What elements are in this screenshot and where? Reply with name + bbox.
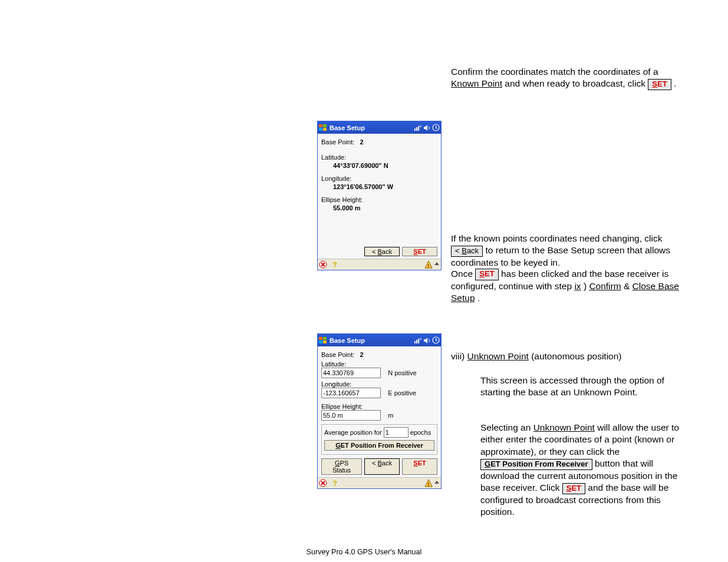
para3-ix: ix bbox=[574, 281, 581, 291]
para3-a: Once bbox=[451, 269, 475, 279]
height-input[interactable] bbox=[321, 410, 381, 421]
para2-a: If the known points coordinates need cha… bbox=[451, 233, 662, 243]
footer-text: Survey Pro 4.0 GPS User's Manual bbox=[0, 548, 728, 556]
taskbar-2: ? ! bbox=[318, 477, 441, 488]
para3-f: . bbox=[477, 293, 480, 303]
taskbar: ? ! bbox=[318, 259, 441, 270]
latitude-label-2: Latitude: bbox=[321, 361, 346, 368]
inline-getpos-btn: GET Position From Receiver bbox=[480, 459, 592, 470]
inline-set-btn-3: SET bbox=[562, 483, 585, 494]
getpos-hk: G bbox=[335, 442, 341, 449]
para3-d: ) bbox=[584, 281, 589, 291]
height-label-2: Ellipse Height: bbox=[321, 403, 363, 410]
svg-marker-27 bbox=[434, 481, 439, 484]
avg-epochs-input[interactable] bbox=[384, 427, 409, 438]
clock-ok-icon[interactable] bbox=[432, 124, 440, 131]
base-point-value-2: 2 bbox=[360, 351, 363, 358]
svg-text:!: ! bbox=[427, 481, 429, 487]
button-row-2: GPS Status < Back SET bbox=[318, 456, 441, 477]
step-viii-label: viii) bbox=[451, 351, 467, 361]
tray-top-2 bbox=[414, 336, 441, 344]
latitude-value: 44°33'07.69000" N bbox=[321, 162, 437, 169]
svg-rect-18 bbox=[414, 341, 416, 343]
latitude-hint: N positive bbox=[388, 369, 416, 376]
height-value: 55.000 m bbox=[321, 204, 437, 211]
latitude-label: Latitude: bbox=[321, 154, 346, 161]
windows-logo-icon-2[interactable] bbox=[318, 334, 328, 346]
svg-text:?: ? bbox=[332, 260, 337, 269]
step-viii-tail: (autonomous position) bbox=[531, 351, 621, 361]
clock-icon-2[interactable] bbox=[432, 336, 440, 344]
get-position-button[interactable]: GET Position From Receiver bbox=[324, 440, 434, 451]
base-point-value: 2 bbox=[360, 138, 363, 146]
pda-window-known-point: Base Setup Base Point: 2 Latitude: 44°33… bbox=[317, 121, 442, 270]
longitude-input[interactable] bbox=[321, 388, 381, 398]
pda-window-unknown-point: Base Setup Base Point: 2 Latitude: N pos… bbox=[317, 333, 442, 489]
sip-up-icon-2[interactable] bbox=[434, 479, 440, 487]
latitude-input[interactable] bbox=[321, 368, 381, 378]
back-button[interactable]: < Back bbox=[364, 247, 400, 256]
svg-rect-4 bbox=[414, 128, 416, 131]
para3-confirm: Confirm bbox=[589, 281, 621, 291]
titlebar-2: Base Setup bbox=[318, 334, 441, 346]
svg-marker-21 bbox=[424, 338, 427, 343]
windows-logo-icon[interactable] bbox=[318, 121, 328, 134]
svg-rect-5 bbox=[416, 127, 417, 131]
sip-up-icon[interactable] bbox=[434, 260, 440, 269]
warning-icon[interactable]: ! bbox=[424, 260, 433, 269]
speaker-icon-2[interactable] bbox=[423, 337, 430, 344]
help-icon[interactable]: ? bbox=[331, 260, 339, 269]
connectivity-icon[interactable] bbox=[414, 124, 421, 131]
svg-rect-1 bbox=[323, 124, 327, 127]
titlebar: Base Setup bbox=[318, 121, 441, 134]
inline-set-btn-2: SET bbox=[475, 269, 498, 280]
gps-status-button[interactable]: GPS Status bbox=[321, 458, 362, 475]
inline-back-btn: < Back bbox=[451, 246, 483, 257]
set-button[interactable]: SET bbox=[402, 247, 437, 256]
svg-rect-6 bbox=[418, 126, 419, 131]
avg-suffix: epochs bbox=[410, 429, 431, 436]
para1-known: Known Point bbox=[451, 78, 502, 88]
base-point-label: Base Point: bbox=[321, 138, 354, 146]
longitude-label: Longitude: bbox=[321, 175, 351, 182]
svg-rect-14 bbox=[319, 337, 322, 340]
warning-icon-2[interactable]: ! bbox=[424, 479, 433, 487]
back-button-2[interactable]: < Back bbox=[364, 458, 400, 475]
svg-text:?: ? bbox=[332, 479, 337, 487]
svg-text:!: ! bbox=[427, 263, 429, 269]
svg-rect-17 bbox=[323, 340, 327, 343]
connectivity-icon-2[interactable] bbox=[414, 337, 421, 344]
para5-unknown: Unknown Point bbox=[533, 422, 595, 432]
svg-rect-20 bbox=[418, 339, 419, 343]
set-button-2[interactable]: SET bbox=[402, 458, 437, 475]
para1-a: Confirm the coordinates match the coordi… bbox=[451, 67, 658, 77]
avg-prefix: Average position for bbox=[324, 429, 382, 436]
svg-marker-7 bbox=[424, 125, 427, 131]
getpos-rest: ET Position From Receiver bbox=[341, 442, 423, 449]
help-icon-2[interactable]: ? bbox=[331, 479, 339, 487]
inline-set-btn-1: SET bbox=[648, 79, 671, 90]
svg-marker-13 bbox=[434, 262, 439, 265]
svg-rect-15 bbox=[323, 337, 327, 340]
longitude-value: 123°16'06.57000" W bbox=[321, 183, 437, 190]
svg-rect-16 bbox=[319, 340, 322, 343]
para1-end: . bbox=[674, 78, 676, 88]
para2-b: to return to the Base Setup screen that … bbox=[451, 245, 670, 267]
winlogo-svg-2 bbox=[319, 337, 327, 344]
close-icon[interactable] bbox=[319, 260, 327, 269]
svg-rect-2 bbox=[319, 128, 322, 131]
window-title-2: Base Setup bbox=[328, 337, 414, 344]
svg-rect-19 bbox=[416, 340, 417, 343]
longitude-hint: E positive bbox=[388, 389, 416, 396]
height-label: Ellipse Height: bbox=[321, 196, 363, 203]
para4: This screen is accessed through the opti… bbox=[480, 375, 664, 397]
base-point-label-2: Base Point: bbox=[321, 351, 354, 358]
height-unit: m bbox=[388, 412, 393, 419]
close-icon-2[interactable] bbox=[319, 479, 327, 487]
window-title: Base Setup bbox=[328, 124, 414, 131]
button-row-1: < Back SET bbox=[318, 244, 441, 259]
para1-c: and when ready to broadcast, click bbox=[505, 78, 648, 88]
svg-rect-0 bbox=[319, 124, 322, 127]
longitude-label-2: Longitude: bbox=[321, 381, 351, 388]
speaker-icon[interactable] bbox=[423, 124, 430, 131]
